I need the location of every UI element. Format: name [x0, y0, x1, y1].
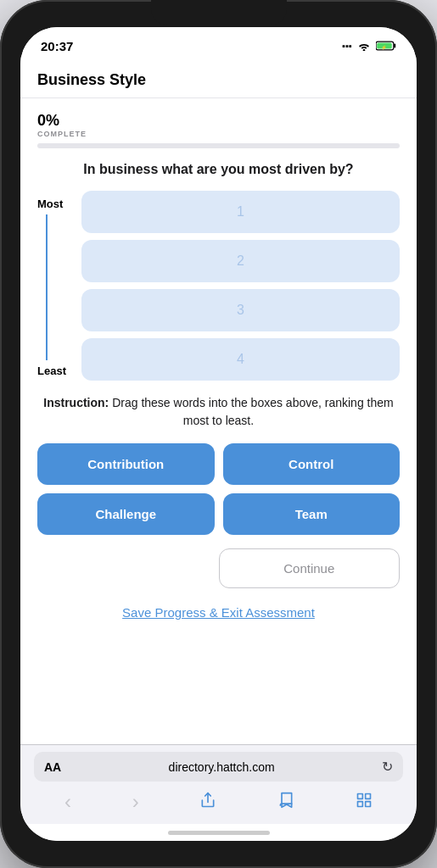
status-bar: 20:37 ▪▪▪ ⚡: [20, 27, 417, 64]
progress-complete-label: COMPLETE: [37, 130, 400, 138]
status-time: 20:37: [41, 39, 73, 53]
word-button-contribution[interactable]: Contribution: [37, 443, 215, 485]
reload-icon[interactable]: ↻: [382, 759, 393, 775]
svg-text:⚡: ⚡: [381, 44, 387, 51]
notch: [151, 0, 287, 25]
ranking-section: Most Least 1 2 3 4: [37, 191, 400, 384]
continue-row: Continue: [37, 545, 400, 588]
question-text: In business what are you most driven by?: [37, 159, 400, 181]
svg-rect-2: [394, 44, 395, 48]
url-text: directory.hattch.com: [61, 760, 382, 774]
word-button-control[interactable]: Control: [223, 443, 401, 485]
rank-line: [46, 214, 48, 360]
safari-nav: ‹ ›: [34, 787, 403, 817]
continue-button[interactable]: Continue: [219, 548, 401, 588]
rank-box-3-number: 3: [237, 303, 244, 318]
home-bar: [20, 824, 417, 841]
svg-point-0: [363, 49, 366, 51]
tabs-icon[interactable]: [356, 792, 373, 813]
url-bar: AA directory.hattch.com ↻: [34, 752, 403, 782]
bookmarks-icon[interactable]: [277, 792, 294, 813]
rank-box-2[interactable]: 2: [81, 240, 400, 282]
rank-box-1[interactable]: 1: [81, 191, 400, 233]
instruction-label: Instruction:: [43, 396, 109, 409]
phone-frame: 20:37 ▪▪▪ ⚡ Business Style: [0, 0, 437, 868]
rank-box-4-number: 4: [237, 352, 244, 367]
instruction-section: Instruction: Drag these words into the b…: [37, 394, 400, 430]
svg-rect-7: [366, 793, 371, 798]
word-button-team[interactable]: Team: [223, 493, 401, 535]
back-icon[interactable]: ‹: [64, 790, 71, 814]
word-button-challenge[interactable]: Challenge: [37, 493, 215, 535]
signal-icon: ▪▪▪: [342, 41, 352, 51]
page-title: Business Style: [37, 71, 146, 88]
status-icons: ▪▪▪ ⚡: [342, 41, 396, 51]
main-content: 0% COMPLETE In business what are you mos…: [20, 98, 417, 744]
svg-rect-6: [358, 793, 363, 798]
instruction-body: Drag these words into the boxes above, r…: [109, 396, 393, 427]
progress-label: 0% COMPLETE: [37, 112, 400, 138]
rank-boxes: 1 2 3 4: [81, 191, 400, 381]
rank-box-1-number: 1: [237, 204, 244, 220]
save-progress-link[interactable]: Save Progress & Exit Assessment: [37, 598, 400, 626]
progress-bar-bg: [37, 143, 400, 148]
progress-percent: 0%: [37, 112, 400, 130]
svg-rect-8: [366, 801, 371, 806]
share-icon[interactable]: [199, 792, 216, 813]
word-grid: Contribution Control Challenge Team: [37, 443, 400, 535]
phone-screen: 20:37 ▪▪▪ ⚡ Business Style: [20, 27, 417, 841]
battery-icon: ⚡: [376, 41, 396, 51]
rank-labels: Most Least: [37, 191, 71, 384]
rank-box-2-number: 2: [237, 253, 244, 269]
progress-section: 0% COMPLETE: [37, 112, 400, 148]
rank-label-most: Most: [37, 198, 63, 210]
rank-box-4[interactable]: 4: [81, 338, 400, 381]
browser-bar: AA directory.hattch.com ↻ ‹ ›: [20, 744, 417, 824]
wifi-icon: [357, 41, 371, 51]
forward-icon[interactable]: ›: [132, 790, 139, 814]
home-indicator: [168, 831, 270, 835]
rank-label-least: Least: [37, 364, 66, 377]
rank-box-3[interactable]: 3: [81, 289, 400, 331]
title-bar: Business Style: [20, 64, 417, 98]
svg-rect-9: [358, 801, 363, 806]
url-aa[interactable]: AA: [44, 760, 61, 774]
